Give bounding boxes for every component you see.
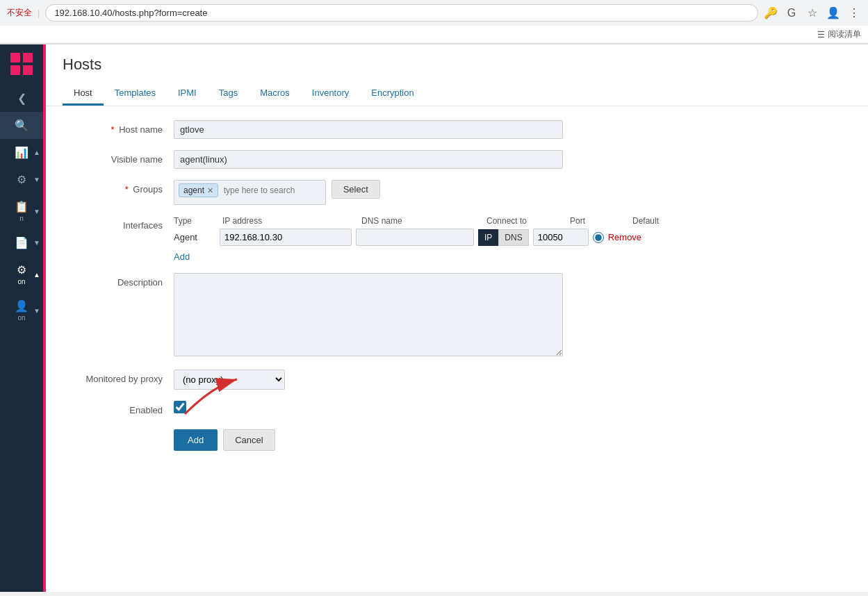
visible-name-input[interactable] [174,150,563,169]
reader-mode-button[interactable]: ☰ 阅读清单 [817,28,861,40]
sidebar-item-services[interactable]: ⚙ ▼ [0,166,43,193]
page-header: Hosts Host Templates IPMI Tags Macros In… [46,44,868,106]
description-control [174,273,563,358]
sidebar-navigation: ❮ 🔍 📊 ▲ ⚙ ▼ 📋 n ▼ 📄 ▼ ⚙ [0,85,43,329]
connect-buttons: IP DNS [478,229,529,246]
groups-input-area[interactable]: agent ✕ [174,180,326,205]
key-icon[interactable]: 🔑 [764,6,778,20]
groups-label: * Groups [63,180,174,194]
tab-tags[interactable]: Tags [208,82,249,106]
col-ip-header: IP address [222,216,361,226]
interface-dns-input[interactable] [356,229,474,246]
sidebar-item-collapse[interactable]: ❮ [0,85,43,112]
page-title: Hosts [63,56,851,74]
reader-mode-label: 阅读清单 [828,28,861,40]
proxy-label: Monitored by proxy [63,370,174,384]
interface-port-input[interactable] [533,229,589,246]
config-label: on [17,278,25,285]
connect-ip-button[interactable]: IP [478,229,498,246]
admin-label: on [17,314,25,322]
groups-container: agent ✕ Select [174,180,380,205]
main-content: Hosts Host Templates IPMI Tags Macros In… [46,44,868,592]
connect-dns-button[interactable]: DNS [498,229,528,246]
description-row: Description [63,273,851,358]
inventory-label: n [19,215,24,222]
sidebar-item-inventory[interactable]: 📋 n ▼ [0,193,43,229]
groups-select-button[interactable]: Select [331,180,380,199]
app-container: ❮ 🔍 📊 ▲ ⚙ ▼ 📋 n ▼ 📄 ▼ ⚙ [0,44,868,592]
svg-rect-0 [10,53,20,63]
monitoring-icon: 📊 [15,146,28,159]
host-name-input[interactable] [174,120,563,139]
agent-tag-remove[interactable]: ✕ [207,186,213,195]
reader-mode-icon: ☰ [817,30,825,40]
collapse-icon: ❮ [17,92,26,105]
required-marker: * [110,124,114,135]
tab-bar: Host Templates IPMI Tags Macros Inventor… [63,82,851,106]
sidebar-item-admin[interactable]: 👤 on ▼ [0,292,43,329]
sidebar: ❮ 🔍 📊 ▲ ⚙ ▼ 📋 n ▼ 📄 ▼ ⚙ [0,44,43,592]
interface-type-label: Agent [174,232,215,242]
visible-name-row: Visible name [63,150,851,169]
admin-chevron: ▼ [33,307,40,315]
host-form: * Host name Visible name * Groups [46,106,868,465]
host-name-row: * Host name [63,120,851,139]
interface-agent-row: Agent IP DNS Remove [174,229,851,246]
groups-row: * Groups agent ✕ Select [63,180,851,205]
tab-ipmi[interactable]: IPMI [167,82,208,106]
add-interface-link[interactable]: Add [174,251,190,262]
admin-icon: 👤 [15,299,28,313]
form-buttons: Add Cancel [174,429,851,451]
sidebar-item-search[interactable]: 🔍 [0,112,43,139]
tab-encryption[interactable]: Encryption [360,82,425,106]
browser-toolbar: 不安全 | 192.168.10.40/hosts.php?form=creat… [0,0,868,26]
col-port-header: Port [570,216,632,226]
tab-macros[interactable]: Macros [249,82,301,106]
interfaces-row: Interfaces Type IP address DNS name Conn… [63,216,851,262]
url-separator: | [38,8,40,18]
interface-ip-input[interactable] [220,229,352,246]
host-name-label: * Host name [63,120,174,135]
arrow-annotation [171,365,254,423]
cancel-button[interactable]: Cancel [223,429,275,451]
tab-host[interactable]: Host [63,82,104,106]
svg-rect-2 [10,65,20,75]
tab-inventory[interactable]: Inventory [301,82,360,106]
address-bar[interactable]: 192.168.10.40/hosts.php?form=create [45,4,758,22]
description-label: Description [63,273,174,288]
menu-icon[interactable]: ⋮ [847,6,861,20]
tab-templates[interactable]: Templates [104,82,167,106]
sidebar-item-monitoring[interactable]: 📊 ▲ [0,139,43,166]
config-icon: ⚙ [17,263,26,276]
translate-icon[interactable]: G [785,6,799,20]
inventory-chevron: ▼ [33,208,40,215]
browser-icons: 🔑 G ☆ 👤 ⋮ [764,6,861,20]
groups-required-marker: * [125,184,129,194]
reports-icon: 📄 [15,236,28,249]
config-chevron: ▲ [33,271,40,279]
interface-default-radio[interactable] [593,232,604,243]
description-textarea[interactable] [174,273,563,356]
agent-tag-chip: agent ✕ [179,183,218,197]
svg-rect-1 [23,53,33,63]
interfaces-container: Type IP address DNS name Connect to Port… [174,216,851,262]
browser-chrome: 不安全 | 192.168.10.40/hosts.php?form=creat… [0,0,868,44]
search-icon: 🔍 [15,119,28,132]
services-icon: ⚙ [17,173,26,186]
bookmark-icon[interactable]: ☆ [805,6,819,20]
profile-icon[interactable]: 👤 [826,6,840,20]
groups-search-input[interactable] [224,185,321,195]
sidebar-item-config[interactable]: ⚙ on ▲ [0,256,43,292]
interfaces-label: Interfaces [63,216,174,231]
monitoring-chevron: ▲ [33,149,40,156]
url-text: 192.168.10.40/hosts.php?form=create [54,8,207,18]
enabled-label: Enabled [63,401,174,415]
reader-mode-bar: ☰ 阅读清单 [0,26,868,44]
add-host-button[interactable]: Add [174,429,218,451]
reports-chevron: ▼ [33,239,40,247]
col-default-header: Default [632,216,674,226]
interface-remove-link[interactable]: Remove [608,232,641,242]
interfaces-header: Type IP address DNS name Connect to Port… [174,216,851,226]
sidebar-item-reports[interactable]: 📄 ▼ [0,229,43,256]
col-type-header: Type [174,216,222,226]
